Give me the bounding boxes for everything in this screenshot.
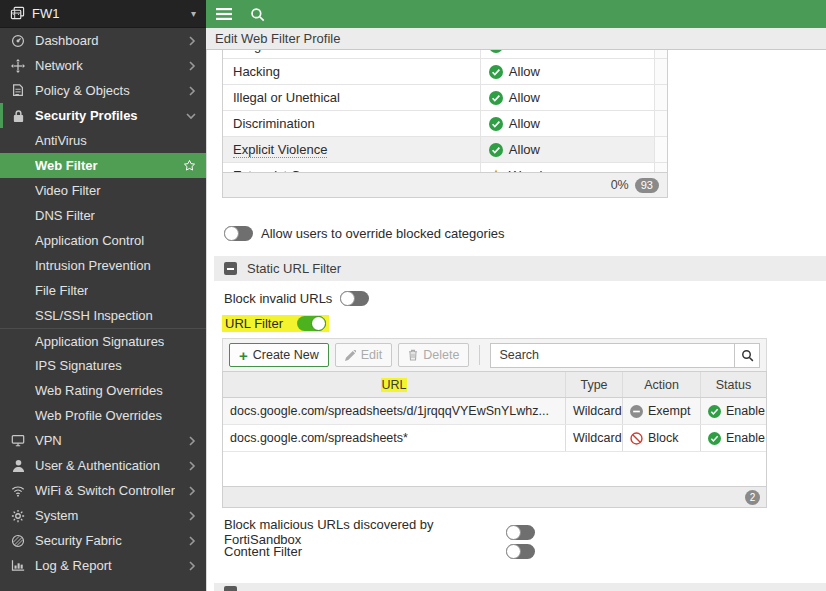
section-title: Static URL Filter — [247, 261, 341, 276]
allow-check-icon — [489, 143, 503, 157]
edit-button[interactable]: Edit — [335, 343, 393, 367]
table-scrollbar[interactable] — [654, 59, 667, 84]
sidebar-item-web-filter[interactable]: Web Filter — [0, 153, 206, 178]
url-cell: docs.google.com/spreadsheets/d/1jrqqqVYE… — [223, 398, 565, 424]
sidebar-item-dashboard[interactable]: Dashboard — [0, 28, 206, 53]
url-cell: docs.google.com/spreadsheets* — [223, 425, 565, 451]
sidebar-item-application-control[interactable]: Application Control — [0, 228, 206, 253]
block-invalid-urls-toggle[interactable] — [340, 291, 369, 306]
sidebar-item-vpn[interactable]: VPN — [0, 428, 206, 453]
wifi-icon — [10, 483, 26, 499]
sidebar-item-security-profiles[interactable]: Security Profiles — [0, 103, 206, 128]
type-column-header[interactable]: Type — [565, 372, 622, 397]
status-cell: Enable — [726, 404, 765, 418]
device-selector[interactable]: FW1 ▾ — [0, 0, 206, 28]
action-cell: Exempt — [648, 404, 690, 418]
security-fabric-icon — [10, 533, 26, 549]
chevron-right-icon — [188, 561, 196, 571]
chevron-right-icon — [188, 461, 196, 471]
device-icon — [10, 6, 25, 21]
url-filter-label: URL Filter — [223, 316, 283, 331]
category-row[interactable]: Drug Abuse Allow — [223, 50, 667, 59]
top-bar — [206, 0, 826, 28]
action-cell: Block — [648, 431, 679, 445]
url-count-badge: 2 — [745, 490, 760, 505]
sidebar-item-ssl-ssh-inspection[interactable]: SSL/SSH Inspection — [0, 303, 206, 328]
table-scrollbar[interactable] — [654, 50, 667, 58]
chevron-right-icon — [188, 436, 196, 446]
sidebar-item-ips-signatures[interactable]: IPS Signatures — [0, 353, 206, 378]
allow-check-icon — [489, 117, 503, 131]
block-icon — [630, 432, 643, 445]
status-column-header[interactable]: Status — [700, 372, 766, 397]
override-label: Allow users to override blocked categori… — [261, 226, 505, 241]
sidebar-item-log-report[interactable]: Log & Report — [0, 553, 206, 578]
action-column-header[interactable]: Action — [622, 372, 700, 397]
sidebar-item-security-fabric[interactable]: Security Fabric — [0, 528, 206, 553]
plus-icon: + — [239, 348, 248, 363]
enable-check-icon — [708, 405, 721, 418]
content-filter-toggle[interactable] — [506, 544, 535, 559]
chevron-right-icon — [188, 511, 196, 521]
url-filter-toggle[interactable] — [297, 316, 326, 331]
sidebar-item-file-filter[interactable]: File Filter — [0, 278, 206, 303]
url-column-header[interactable]: URL — [381, 378, 406, 392]
category-count-badge: 93 — [635, 178, 659, 193]
category-row[interactable]: Discrimination Allow — [223, 111, 667, 137]
url-table-row[interactable]: docs.google.com/spreadsheets* Wildcard B… — [223, 425, 766, 452]
table-scrollbar[interactable] — [654, 163, 667, 172]
sidebar-item-video-filter[interactable]: Video Filter — [0, 178, 206, 203]
sidebar-item-web-rating-overrides[interactable]: Web Rating Overrides — [0, 378, 206, 403]
content-filter-label: Content Filter — [224, 544, 498, 559]
exempt-icon — [630, 405, 643, 418]
sidebar-item-web-profile-overrides[interactable]: Web Profile Overrides — [0, 403, 206, 428]
sidebar-item-policy-objects[interactable]: Policy & Objects — [0, 78, 206, 103]
category-row-hovered[interactable]: Explicit Violence Allow — [223, 137, 667, 163]
fortisandbox-row: Block malicious URLs discovered by Forti… — [224, 517, 535, 547]
sidebar-item-application-signatures[interactable]: Application Signatures — [0, 328, 206, 353]
table-scrollbar[interactable] — [654, 111, 667, 136]
favorite-star-icon[interactable] — [183, 159, 196, 172]
url-table-header: URL Type Action Status — [223, 372, 766, 398]
sidebar-item-network[interactable]: Network — [0, 53, 206, 78]
sidebar-item-antivirus[interactable]: AntiVirus — [0, 128, 206, 153]
sidebar-item-intrusion-prevention[interactable]: Intrusion Prevention — [0, 253, 206, 278]
fortisandbox-toggle[interactable] — [506, 525, 535, 540]
search-button[interactable] — [734, 343, 760, 368]
override-toggle[interactable] — [224, 226, 253, 241]
gear-icon — [10, 508, 26, 524]
lock-icon — [10, 108, 26, 124]
category-row[interactable]: Extremist Groups Warning — [223, 163, 667, 172]
hamburger-menu-icon[interactable] — [216, 8, 232, 20]
type-cell: Wildcard — [565, 398, 622, 424]
sidebar-item-dns-filter[interactable]: DNS Filter — [0, 203, 206, 228]
table-scrollbar[interactable] — [654, 85, 667, 110]
sidebar-item-system[interactable]: System — [0, 503, 206, 528]
search-icon[interactable] — [250, 7, 265, 22]
create-new-button[interactable]: + Create New — [229, 343, 329, 367]
static-url-filter-section-header[interactable]: Static URL Filter — [214, 256, 826, 281]
chevron-right-icon — [188, 86, 196, 96]
url-table-footer: 2 — [223, 486, 766, 507]
app-window: FW1 ▾ Dashboard Network — [0, 0, 826, 591]
category-row[interactable]: Hacking Allow — [223, 59, 667, 85]
allow-check-icon — [489, 65, 503, 79]
table-scrollbar[interactable] — [654, 137, 667, 162]
enable-check-icon — [708, 432, 721, 445]
sidebar-item-wifi-switch-controller[interactable]: WiFi & Switch Controller — [0, 478, 206, 503]
url-table-row[interactable]: docs.google.com/spreadsheets/d/1jrqqqVYE… — [223, 398, 766, 425]
policy-objects-icon — [10, 83, 26, 99]
network-icon — [10, 58, 26, 74]
next-section-header-partial[interactable] — [214, 583, 826, 591]
sidebar: FW1 ▾ Dashboard Network — [0, 0, 206, 591]
allow-check-icon — [489, 50, 503, 53]
content-left-edge — [206, 50, 207, 591]
sidebar-item-user-authentication[interactable]: User & Authentication — [0, 453, 206, 478]
category-table-viewport[interactable]: Drug Abuse Allow Hacking Allow Illegal o… — [222, 50, 668, 172]
search-input[interactable] — [490, 343, 734, 368]
delete-button[interactable]: Delete — [398, 343, 469, 367]
url-filter-table: URL Type Action Status docs.google.com/s… — [222, 371, 767, 508]
collapse-minus-icon — [224, 586, 237, 591]
category-row[interactable]: Illegal or Unethical Allow — [223, 85, 667, 111]
collapse-minus-icon[interactable] — [224, 262, 237, 275]
